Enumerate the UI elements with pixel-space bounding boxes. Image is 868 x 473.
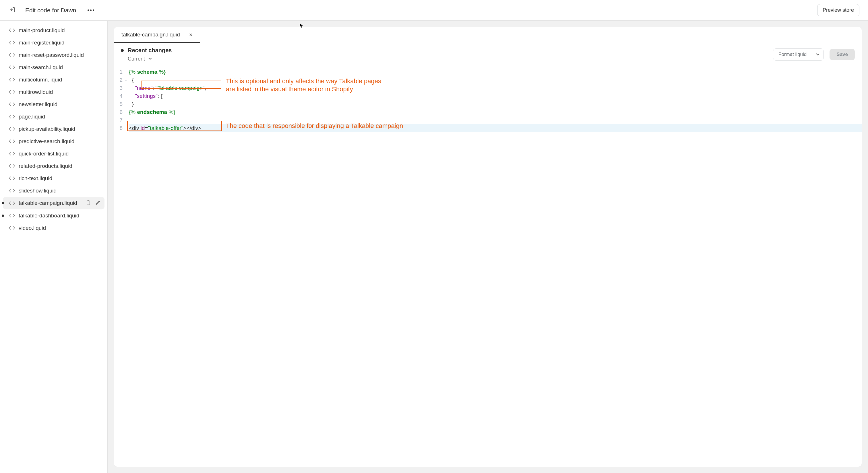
editor-header-left: Recent changes Current xyxy=(121,47,172,62)
file-name-label: predictive-search.liquid xyxy=(19,138,101,144)
tab-bar: talkable-campaign.liquid × xyxy=(114,27,862,43)
code-file-icon xyxy=(9,101,15,108)
file-item[interactable]: main-product.liquid xyxy=(3,24,104,36)
editor-header-right: Format liquid Save xyxy=(773,48,855,61)
file-item[interactable]: main-register.liquid xyxy=(3,36,104,49)
chevron-down-icon xyxy=(148,56,152,62)
file-item[interactable]: talkable-dashboard.liquid xyxy=(3,209,104,222)
modified-dot-icon xyxy=(2,202,4,204)
editor-container: talkable-campaign.liquid × Recent change… xyxy=(114,27,862,467)
file-name-label: multicolumn.liquid xyxy=(19,76,101,83)
code-editor[interactable]: 12345678 ⌄ {% schema %} { "name": "Talka… xyxy=(114,66,862,467)
code-file-icon xyxy=(9,163,15,169)
modified-dot-icon xyxy=(121,49,124,52)
file-name-label: main-product.liquid xyxy=(19,27,101,34)
save-button[interactable]: Save xyxy=(830,49,855,60)
code-line[interactable]: {% schema %} xyxy=(129,68,862,76)
code-line[interactable]: <div id="talkable-offer"></div> xyxy=(129,124,862,132)
file-item[interactable]: video.liquid xyxy=(3,222,104,234)
recent-changes-label: Recent changes xyxy=(128,47,172,54)
code-line[interactable]: { xyxy=(129,76,862,84)
code-lines[interactable]: {% schema %} { "name": "Talkable campaig… xyxy=(129,68,862,467)
more-menu-button[interactable] xyxy=(86,8,96,12)
editor-header: Recent changes Current Format liquid xyxy=(114,43,862,66)
code-line[interactable]: "settings": [] xyxy=(129,92,862,100)
format-liquid-button[interactable]: Format liquid xyxy=(773,49,812,60)
line-number: 7 xyxy=(114,116,123,124)
top-bar: Edit code for Dawn Preview store xyxy=(0,0,868,21)
format-dropdown-button[interactable] xyxy=(812,49,824,60)
code-file-icon xyxy=(9,187,15,194)
line-number: 2 xyxy=(114,76,123,84)
line-number: 3 xyxy=(114,84,123,92)
code-file-icon xyxy=(9,76,15,83)
file-name-label: main-reset-password.liquid xyxy=(19,52,101,58)
version-label: Current xyxy=(128,56,145,62)
file-name-label: talkable-campaign.liquid xyxy=(19,200,82,206)
file-item[interactable]: related-products.liquid xyxy=(3,160,104,172)
file-item[interactable]: multirow.liquid xyxy=(3,86,104,98)
code-file-icon xyxy=(9,150,15,157)
file-name-label: related-products.liquid xyxy=(19,163,101,169)
line-number: 6 xyxy=(114,108,123,116)
code-line[interactable] xyxy=(129,116,862,124)
line-number: 5 xyxy=(114,100,123,108)
modified-dot-icon xyxy=(2,214,4,217)
file-item[interactable]: main-reset-password.liquid xyxy=(3,49,104,61)
code-file-icon xyxy=(9,89,15,95)
file-item[interactable]: page.liquid xyxy=(3,110,104,123)
tab-label: talkable-campaign.liquid xyxy=(121,32,180,38)
line-number: 8 xyxy=(114,124,123,132)
file-item[interactable]: rich-text.liquid xyxy=(3,172,104,184)
rename-file-button[interactable] xyxy=(95,200,101,206)
code-file-icon xyxy=(9,64,15,71)
editor-tab[interactable]: talkable-campaign.liquid × xyxy=(114,27,200,43)
file-item[interactable]: predictive-search.liquid xyxy=(3,135,104,147)
code-file-icon xyxy=(9,212,15,219)
code-file-icon xyxy=(9,113,15,120)
file-name-label: page.liquid xyxy=(19,113,101,120)
preview-store-button[interactable]: Preview store xyxy=(817,4,859,16)
code-file-icon xyxy=(9,126,15,132)
code-line[interactable]: {% endschema %} xyxy=(129,108,862,116)
code-line[interactable]: "name": "Talkable campaign", xyxy=(129,84,862,92)
fold-column: ⌄ xyxy=(124,68,129,467)
sidebar: main-product.liquidmain-register.liquidm… xyxy=(0,21,107,473)
chevron-down-icon xyxy=(815,52,820,57)
file-name-label: video.liquid xyxy=(19,225,101,231)
code-file-icon xyxy=(9,52,15,58)
fold-marker-icon[interactable]: ⌄ xyxy=(124,76,129,84)
top-bar-left: Edit code for Dawn xyxy=(9,6,96,14)
file-name-label: main-search.liquid xyxy=(19,64,101,71)
code-file-icon xyxy=(9,225,15,231)
file-name-label: newsletter.liquid xyxy=(19,101,101,108)
page-title: Edit code for Dawn xyxy=(25,7,76,14)
code-file-icon xyxy=(9,27,15,34)
file-item[interactable]: quick-order-list.liquid xyxy=(3,147,104,160)
delete-file-button[interactable] xyxy=(86,200,91,206)
file-item[interactable]: slideshow.liquid xyxy=(3,184,104,197)
format-button-group: Format liquid xyxy=(773,48,824,61)
file-name-label: multirow.liquid xyxy=(19,89,101,95)
mouse-cursor-icon xyxy=(299,23,304,29)
code-file-icon xyxy=(9,39,15,46)
version-selector[interactable]: Current xyxy=(128,56,172,62)
file-item[interactable]: talkable-campaign.liquid xyxy=(3,197,104,209)
file-actions xyxy=(86,200,101,206)
recent-changes-row: Recent changes xyxy=(121,47,172,54)
line-number: 4 xyxy=(114,92,123,100)
code-file-icon xyxy=(9,138,15,144)
file-item[interactable]: multicolumn.liquid xyxy=(3,73,104,86)
workspace: main-product.liquidmain-register.liquidm… xyxy=(0,21,868,473)
file-item[interactable]: pickup-availability.liquid xyxy=(3,123,104,135)
tab-close-button[interactable]: × xyxy=(189,32,193,38)
code-file-icon xyxy=(9,175,15,181)
file-name-label: talkable-dashboard.liquid xyxy=(19,212,101,219)
code-line[interactable]: } xyxy=(129,100,862,108)
code-file-icon xyxy=(9,200,15,206)
exit-icon[interactable] xyxy=(9,6,16,14)
file-name-label: pickup-availability.liquid xyxy=(19,126,101,132)
file-name-label: rich-text.liquid xyxy=(19,175,101,181)
file-item[interactable]: main-search.liquid xyxy=(3,61,104,73)
file-item[interactable]: newsletter.liquid xyxy=(3,98,104,110)
